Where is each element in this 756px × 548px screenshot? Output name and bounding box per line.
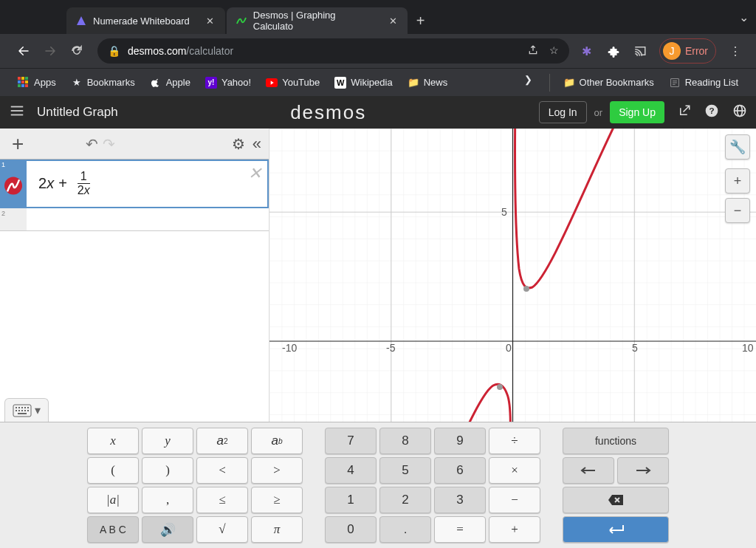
key-pi[interactable]: π <box>251 516 303 543</box>
reading-list[interactable]: Reading List <box>662 74 746 92</box>
close-icon[interactable]: ✕ <box>205 15 216 27</box>
bookmark-news[interactable]: 📁News <box>400 77 456 89</box>
key-enter[interactable] <box>563 516 669 543</box>
folder-icon: 📁 <box>408 77 419 89</box>
key-right[interactable] <box>617 457 669 484</box>
expression-index: 2 <box>0 208 27 230</box>
key-backspace[interactable] <box>563 487 669 513</box>
key-3[interactable]: 3 <box>434 487 486 513</box>
key-y[interactable]: y <box>142 428 193 454</box>
bookmark-apple[interactable]: Apple <box>142 77 198 89</box>
folder-icon: 📁 <box>563 77 575 89</box>
language-icon[interactable] <box>732 103 747 121</box>
key-le[interactable]: ≤ <box>196 487 248 513</box>
bookmark-folder[interactable]: ★Bookmarks <box>63 77 142 89</box>
graph-area[interactable]: -10 -5 0 5 10 5 🔧 + − <box>269 129 756 422</box>
key-lparen[interactable]: ( <box>87 457 139 484</box>
menu-icon[interactable]: ⋮ <box>728 44 743 58</box>
reload-button[interactable] <box>63 38 90 64</box>
svg-text:0: 0 <box>506 342 512 354</box>
bookmark-yahoo[interactable]: y!Yahoo! <box>198 77 258 89</box>
help-icon[interactable]: ? <box>704 103 719 121</box>
url-bar[interactable]: 🔒 desmos.com/calculator ☆ <box>97 38 569 64</box>
keyboard-icon <box>13 404 32 417</box>
expression-input[interactable]: 2x + 1 2x ✕ <box>27 160 269 208</box>
tab-desmos[interactable]: Desmos | Graphing Calculato ✕ <box>227 7 408 34</box>
key-div[interactable]: ÷ <box>489 428 540 454</box>
key-lt[interactable]: < <box>196 457 248 484</box>
signup-button[interactable]: Sign Up <box>610 101 664 123</box>
share-icon[interactable] <box>678 104 691 120</box>
key-audio[interactable]: 🔊 <box>142 516 193 543</box>
wrench-icon[interactable]: 🔧 <box>725 134 750 160</box>
new-tab-button[interactable]: + <box>409 7 433 34</box>
key-7[interactable]: 7 <box>325 428 377 454</box>
chevron-down-icon[interactable]: ⌄ <box>739 10 749 24</box>
svg-text:10: 10 <box>742 342 754 354</box>
cast-icon[interactable] <box>633 44 647 58</box>
extension-icon[interactable]: ✱ <box>580 44 594 58</box>
collapse-icon[interactable]: « <box>252 134 261 154</box>
expression-panel: + ↶ ↷ ⚙ « 1 2x + 1 2x ✕ 2 <box>0 129 269 422</box>
key-add[interactable]: + <box>489 516 540 543</box>
redo-button[interactable]: ↷ <box>103 135 115 153</box>
curve-icon[interactable] <box>4 177 22 194</box>
key-gt[interactable]: > <box>251 457 303 484</box>
key-6[interactable]: 6 <box>434 457 486 484</box>
key-5[interactable]: 5 <box>379 457 431 484</box>
star-icon: ★ <box>71 77 83 89</box>
key-ab[interactable]: ab <box>251 428 303 454</box>
key-sub[interactable]: − <box>489 487 540 513</box>
key-1[interactable]: 1 <box>325 487 377 513</box>
back-button[interactable] <box>10 38 37 64</box>
key-abs[interactable]: |a| <box>87 487 139 513</box>
key-9[interactable]: 9 <box>434 428 486 454</box>
extensions-icon[interactable] <box>606 44 621 58</box>
key-dot[interactable]: . <box>379 516 431 543</box>
key-4[interactable]: 4 <box>325 457 377 484</box>
key-comma[interactable]: , <box>142 487 193 513</box>
tab-numerade[interactable]: Numerade Whiteboard ✕ <box>66 7 225 34</box>
expression-index: 1 <box>0 160 27 208</box>
zoom-out-button[interactable]: − <box>725 198 750 223</box>
share-icon[interactable] <box>527 44 539 58</box>
add-expression-button[interactable]: + <box>7 132 28 156</box>
key-abc[interactable]: A B C <box>87 516 139 543</box>
key-a2[interactable]: a2 <box>196 428 248 454</box>
zoom-in-button[interactable]: + <box>725 168 750 193</box>
star-icon[interactable]: ☆ <box>549 44 559 58</box>
close-icon[interactable]: ✕ <box>388 15 399 27</box>
key-0[interactable]: 0 <box>325 516 377 543</box>
settings-icon[interactable]: ⚙ <box>232 135 245 153</box>
close-icon[interactable]: ✕ <box>248 164 261 183</box>
apps-button[interactable]: Apps <box>10 77 63 89</box>
key-sqrt[interactable]: √ <box>196 516 248 543</box>
expression-row-1[interactable]: 1 2x + 1 2x ✕ <box>0 160 269 208</box>
key-2[interactable]: 2 <box>379 487 431 513</box>
key-x[interactable]: x <box>87 428 139 454</box>
graph-title[interactable]: Untitled Graph <box>37 105 118 120</box>
key-rparen[interactable]: ) <box>142 457 193 484</box>
key-mul[interactable]: × <box>489 457 540 484</box>
expression-input[interactable] <box>27 208 269 230</box>
key-functions[interactable]: functions <box>563 428 669 454</box>
svg-rect-14 <box>16 407 17 408</box>
url-host: desmos.com <box>128 45 186 57</box>
key-left[interactable] <box>563 457 614 484</box>
keyboard-toggle[interactable]: ▾ <box>4 398 49 422</box>
forward-button[interactable] <box>37 38 63 64</box>
undo-button[interactable]: ↶ <box>86 135 98 153</box>
login-button[interactable]: Log In <box>539 101 587 123</box>
key-ge[interactable]: ≥ <box>251 487 303 513</box>
profile-badge[interactable]: J Error <box>659 38 716 64</box>
bookmark-wikipedia[interactable]: WWikipedia <box>327 77 399 89</box>
svg-point-38 <box>523 286 529 292</box>
overflow-icon[interactable]: ❯ <box>523 74 535 86</box>
key-eq[interactable]: = <box>434 516 486 543</box>
menu-icon[interactable] <box>9 103 25 122</box>
key-8[interactable]: 8 <box>379 428 431 454</box>
bookmark-youtube[interactable]: YouTube <box>258 77 327 89</box>
other-bookmarks[interactable]: 📁Other Bookmarks <box>556 74 662 92</box>
reading-list-icon <box>669 77 681 89</box>
expression-row-2[interactable]: 2 <box>0 208 269 231</box>
